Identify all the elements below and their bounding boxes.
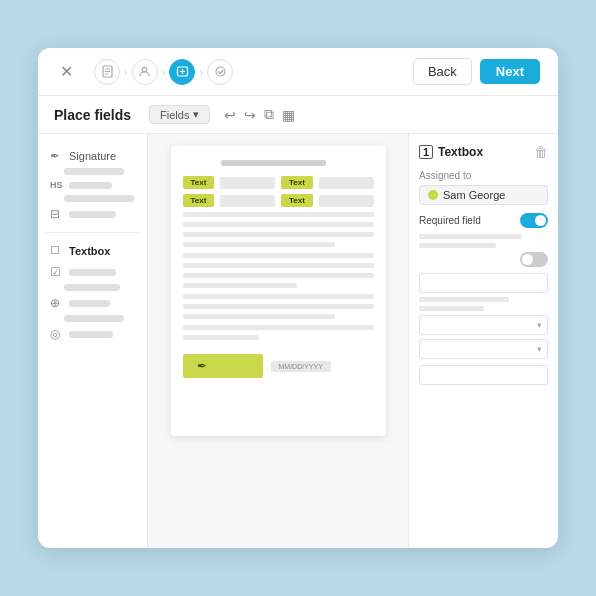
step-arrow-3: › <box>199 66 203 78</box>
second-bar: Place fields Fields ▾ ↩ ↪ ⧉ ▦ <box>38 96 558 134</box>
hs-icon: HS <box>50 180 64 190</box>
second-toggle[interactable] <box>520 252 548 267</box>
sidebar-item-textbox[interactable]: ☐ Textbox <box>46 241 139 260</box>
sidebar-bar-5 <box>69 269 116 276</box>
doc-field-text-3[interactable]: Text <box>183 194 215 207</box>
doc-line-9 <box>183 294 374 299</box>
sidebar-bar-7 <box>69 300 110 307</box>
top-bar-right: Back Next <box>413 58 540 85</box>
plus-circle-icon: ⊕ <box>50 296 64 310</box>
sidebar-item-grid[interactable]: ⊟ <box>46 204 139 224</box>
doc-line-1 <box>183 212 374 217</box>
step-document-icon <box>94 59 120 85</box>
delete-button[interactable]: 🗑 <box>534 144 548 160</box>
app-window: ✕ › <box>38 48 558 548</box>
sidebar-bar-2 <box>69 182 112 189</box>
svg-point-8 <box>216 67 225 76</box>
doc-line-11 <box>183 314 336 319</box>
undo-icon[interactable]: ↩ <box>224 107 236 123</box>
sidebar-bar-9 <box>69 331 113 338</box>
doc-line-7 <box>183 273 374 278</box>
sidebar-item-radio[interactable]: ◎ <box>46 324 139 344</box>
sidebar-item-check[interactable]: ☑ <box>46 262 139 282</box>
right-panel-header: 1 Textbox 🗑 <box>419 144 548 160</box>
select-arrow-1: ▾ <box>537 320 542 330</box>
required-row: Required field <box>419 213 548 228</box>
right-panel-input-1[interactable] <box>419 273 548 293</box>
main-content: ✒ Signature HS ⊟ ☐ Textbox <box>38 134 558 548</box>
check-icon: ☑ <box>50 265 64 279</box>
doc-fields-row-2: Text Text <box>183 194 374 207</box>
signature-icon: ✒ <box>50 149 64 163</box>
radio-icon: ◎ <box>50 327 64 341</box>
doc-line-13 <box>183 335 259 340</box>
textbox-field-icon: 1 <box>419 145 433 159</box>
second-toggle-knob <box>522 254 533 265</box>
doc-field-text-2[interactable]: Text <box>281 176 313 189</box>
chevron-down-icon: ▾ <box>193 108 199 121</box>
copy-icon[interactable]: ⧉ <box>264 106 274 123</box>
doc-field-text-4[interactable]: Text <box>281 194 313 207</box>
doc-bottom-row: ✒ MM/DD/YYYY <box>183 354 374 378</box>
sidebar-bar-3 <box>64 195 134 202</box>
step-review-icon <box>207 59 233 85</box>
step-fields-icon <box>169 59 195 85</box>
right-bar-1 <box>419 234 522 239</box>
sidebar-item-plus[interactable]: ⊕ <box>46 293 139 313</box>
toggle-knob <box>535 215 546 226</box>
required-label: Required field <box>419 215 481 226</box>
fields-dropdown[interactable]: Fields ▾ <box>149 105 210 124</box>
top-bar: ✕ › <box>38 48 558 96</box>
assigned-to-label: Assigned to <box>419 170 548 181</box>
signature-label: Signature <box>69 150 116 162</box>
document-area: Text Text Text Text <box>148 134 408 548</box>
place-fields-title: Place fields <box>54 107 131 123</box>
sidebar-bar-4 <box>69 211 116 218</box>
right-panel-select-2[interactable]: ▾ <box>419 339 548 359</box>
svg-point-4 <box>142 67 146 71</box>
signature-field[interactable]: ✒ <box>183 354 263 378</box>
step-arrow-2: › <box>162 66 166 78</box>
required-toggle[interactable] <box>520 213 548 228</box>
doc-line-10 <box>183 304 374 309</box>
doc-field-text-1[interactable]: Text <box>183 176 215 189</box>
doc-fields-row-1: Text Text <box>183 176 374 189</box>
assigned-pill[interactable]: Sam George <box>419 185 548 205</box>
doc-line-4 <box>183 242 336 247</box>
sidebar-item-hs[interactable]: HS <box>46 177 139 193</box>
back-button[interactable]: Back <box>413 58 472 85</box>
right-bar-2 <box>419 243 496 248</box>
step-arrow-1: › <box>124 66 128 78</box>
left-sidebar: ✒ Signature HS ⊟ ☐ Textbox <box>38 134 148 548</box>
select-arrow-2: ▾ <box>537 344 542 354</box>
steps-indicator: › › › <box>94 59 233 85</box>
toolbar-icons: ↩ ↪ ⧉ ▦ <box>224 106 295 123</box>
grid-icon[interactable]: ▦ <box>282 107 295 123</box>
right-panel-footer-bar <box>419 365 548 385</box>
assigned-dot <box>428 190 438 200</box>
sidebar-divider <box>46 232 139 233</box>
grid-field-icon: ⊟ <box>50 207 64 221</box>
sidebar-bar-1 <box>64 168 124 175</box>
sidebar-bar-6 <box>64 284 120 291</box>
close-button[interactable]: ✕ <box>56 62 76 82</box>
right-bar-4 <box>419 306 484 311</box>
second-toggle-row <box>419 252 548 267</box>
sidebar-item-signature[interactable]: ✒ Signature <box>46 146 139 166</box>
dropdown-label: Fields <box>160 109 189 121</box>
redo-icon[interactable]: ↪ <box>244 107 256 123</box>
doc-line-6 <box>183 263 374 268</box>
right-panel-title: 1 Textbox <box>419 145 483 159</box>
doc-line-3 <box>183 232 374 237</box>
next-button[interactable]: Next <box>480 59 540 84</box>
doc-line-12 <box>183 325 374 330</box>
date-field[interactable]: MM/DD/YYYY <box>271 361 331 372</box>
right-bar-3 <box>419 297 509 302</box>
step-recipient-icon <box>132 59 158 85</box>
sidebar-bar-8 <box>64 315 124 322</box>
right-panel-select-1[interactable]: ▾ <box>419 315 548 335</box>
right-panel: 1 Textbox 🗑 Assigned to Sam George Requi… <box>408 134 558 548</box>
doc-line-2 <box>183 222 374 227</box>
right-panel-title-text: Textbox <box>438 145 483 159</box>
signature-field-icon: ✒ <box>197 359 207 373</box>
